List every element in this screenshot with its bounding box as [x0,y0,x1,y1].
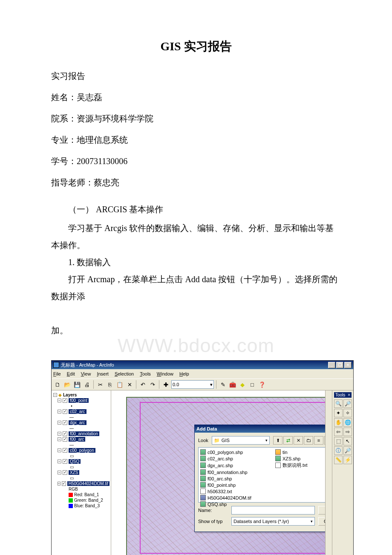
catalog-button[interactable]: ◆ [238,380,247,389]
scale-combo[interactable]: 0.0▾ [171,380,214,389]
disconnect-button[interactable]: ✕ [294,436,303,445]
menu-tools[interactable]: Tools [140,371,151,376]
layer-name[interactable]: H50G044024DOM.tif [67,481,110,486]
add-button[interactable]: Add [318,506,325,515]
full-extent-button[interactable]: 🌐 [343,418,352,427]
layer-item[interactable]: −✓QSQ [53,459,109,464]
delete-button[interactable]: ✕ [125,380,134,389]
map-canvas[interactable]: ➤➤ ➤➤ ➤ Add Data × Look 📁 GIS ▾ [111,390,325,555]
select-elements-button[interactable]: ↖ [343,437,352,445]
expand-icon[interactable]: − [58,432,61,436]
add-data-button[interactable]: ✚ [161,380,170,389]
pan-button[interactable]: ✋ [334,418,343,427]
layer-item[interactable]: −✓XZS [53,470,109,475]
select-features-button[interactable]: ⬚ [334,437,343,445]
layer-name[interactable]: c02_arc [69,409,86,414]
expand-icon[interactable]: − [58,437,61,441]
expand-icon[interactable]: − [58,448,61,452]
identify-button[interactable]: ⓘ [334,446,343,455]
layer-checkbox[interactable]: ✓ [63,398,67,403]
menu-edit[interactable]: Edit [67,371,75,376]
measure-button[interactable]: 📏 [334,456,343,464]
expand-icon[interactable]: − [58,482,61,486]
layer-name[interactable]: f00_arc [69,437,85,442]
file-item[interactable]: f00_point.shp [200,482,267,488]
zoom-in-button[interactable]: 🔍 [334,399,343,408]
toc-root[interactable]: Layers [63,393,77,397]
file-item[interactable]: dgx_arc.shp [200,462,267,468]
look-in-combo[interactable]: 📁 GIS ▾ [212,436,270,445]
layer-name[interactable]: QSQ [69,459,81,464]
paste-button[interactable]: 📋 [115,380,124,389]
layer-checkbox[interactable]: ✓ [63,431,67,436]
list-view-button[interactable]: ≡ [314,436,323,445]
connect-button[interactable]: ⇄ [283,436,293,445]
layer-checkbox[interactable]: ✓ [63,459,67,464]
tools-close-icon[interactable]: × [348,393,350,397]
zoom-out-button[interactable]: 🔎 [343,399,352,408]
layer-checkbox[interactable]: ✓ [63,437,67,442]
expand-icon[interactable]: − [58,471,61,474]
find-button[interactable]: 🔎 [343,446,352,455]
fixed-zoom-out-button[interactable]: ✧ [343,409,352,417]
close-button[interactable]: × [344,362,352,368]
file-item[interactable]: h506332.txt [200,489,267,494]
next-extent-button[interactable]: ⇨ [343,428,352,436]
layer-name[interactable]: f00_annotation [69,431,99,436]
layer-item[interactable]: −✓f00_annotation [53,431,109,436]
menu-view[interactable]: View [81,371,91,376]
layer-item[interactable]: −✓dgx_arc [53,420,109,425]
file-item[interactable]: c00_polygon.shp [200,449,267,455]
layer-checkbox[interactable]: ✓ [62,481,66,486]
layer-item[interactable]: −✓f00_point [53,398,109,403]
up-folder-button[interactable]: ⬆ [273,436,282,445]
help-button[interactable]: ❓ [258,380,266,389]
layer-name[interactable]: dgx_arc [69,420,86,425]
layer-name[interactable]: c00_polygon [69,448,95,453]
layer-item[interactable]: −✓c00_polygon [53,448,109,453]
layer-item[interactable]: −✓f00_arc [53,436,109,442]
file-item[interactable]: 数据说明.txt [275,462,325,468]
vertical-scrollbar[interactable] [325,390,332,555]
menu-window[interactable]: Window [157,371,173,376]
collapse-icon[interactable]: − [53,393,57,397]
menu-help[interactable]: Help [179,371,189,376]
layer-checkbox[interactable]: ✓ [63,470,67,475]
open-button[interactable]: 📂 [63,380,72,389]
layer-checkbox[interactable]: ✓ [63,420,67,425]
show-type-combo[interactable]: Datasets and Layers (*.lyr)▾ [231,517,315,526]
menu-selection[interactable]: Selection [115,371,134,376]
file-item[interactable]: c02_arc.shp [200,456,267,461]
name-input[interactable] [231,506,315,515]
file-item[interactable]: f00_annotation.shp [200,469,267,475]
toolbox-button[interactable]: 🧰 [228,380,237,389]
fixed-zoom-in-button[interactable]: ✦ [334,409,343,417]
expand-icon[interactable]: − [58,460,61,463]
layer-checkbox[interactable]: ✓ [63,409,67,414]
details-view-button[interactable]: ▦ [324,436,325,445]
file-item[interactable]: tin [275,449,325,455]
cancel-button[interactable]: Cancel [318,517,325,526]
file-item[interactable]: f00_arc.shp [200,476,267,481]
print-button[interactable]: 🖨 [83,380,91,389]
copy-button[interactable]: ⎘ [106,380,114,389]
file-item[interactable]: H50G044024DOM.tif [200,495,267,500]
layer-checkbox[interactable]: ✓ [63,448,67,453]
redo-button[interactable]: ↷ [148,380,157,389]
prev-extent-button[interactable]: ⇦ [334,428,343,436]
new-folder-button[interactable]: 🗀 [304,436,313,445]
editor-toolbar-button[interactable]: ✎ [219,380,227,389]
layer-item[interactable]: −✓H50G044024DOM.tif [53,481,109,486]
expand-icon[interactable]: − [58,421,61,425]
maximize-button[interactable]: ❐ [336,362,343,368]
menu-file[interactable]: File [53,371,61,376]
save-button[interactable]: 💾 [73,380,81,389]
minimize-button[interactable]: _ [328,362,335,368]
expand-icon[interactable]: − [58,410,61,413]
hyperlink-button[interactable]: ⚡ [343,456,352,464]
layer-item[interactable]: −✓c02_arc [53,409,109,414]
layer-name[interactable]: f00_point [69,398,89,403]
command-button[interactable]: □ [248,380,257,389]
file-item[interactable]: XZS.shp [275,456,325,461]
expand-icon[interactable]: − [58,399,61,402]
